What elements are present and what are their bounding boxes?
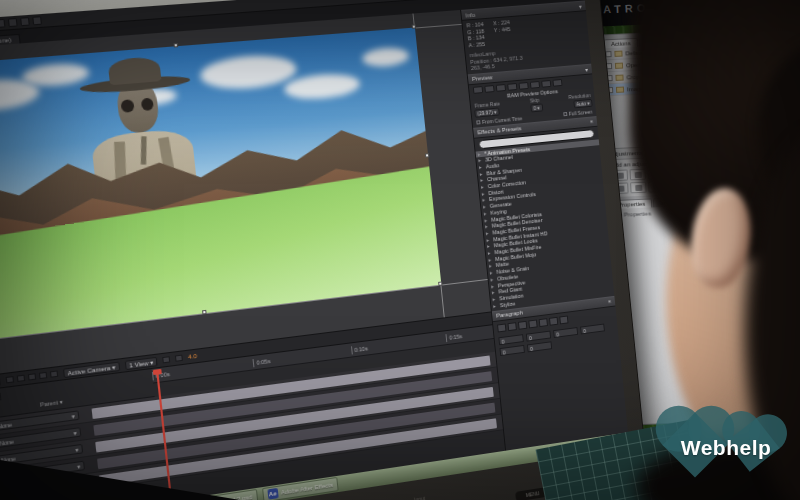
- photo-filter[interactable]: [755, 163, 771, 175]
- info-value: Y : 445: [493, 26, 510, 34]
- justify-last-left[interactable]: [528, 319, 537, 328]
- action-label: Default Actions: [625, 48, 665, 56]
- action-item-icon: [614, 50, 622, 56]
- levels[interactable]: [630, 169, 646, 181]
- show-snapshot-icon[interactable]: [16, 375, 24, 382]
- viewer-column: 0;00;00;00 Full ▾ Active Camera ▾ 1 View…: [0, 10, 505, 500]
- paragraph-field[interactable]: 0: [499, 344, 524, 355]
- color-lookup[interactable]: [630, 182, 646, 194]
- action-item-icon: [615, 62, 623, 68]
- left-monitor-screen: Adobe After Effects WindowHelp Footage (…: [0, 0, 630, 500]
- channels-icon[interactable]: [28, 373, 36, 380]
- paragraph-field[interactable]: 0: [580, 323, 605, 334]
- info-xy: X : 224Y : 445: [493, 19, 512, 46]
- app-label: Adobe After Effects: [281, 482, 334, 496]
- last-frame[interactable]: [519, 82, 529, 90]
- previous-frame[interactable]: [484, 85, 494, 93]
- ram-preview[interactable]: [552, 79, 562, 87]
- brush-tool[interactable]: [0, 19, 5, 28]
- align-center[interactable]: [507, 322, 516, 331]
- render-badge: 4.0: [188, 353, 197, 360]
- fast-preview-icon[interactable]: [175, 355, 183, 362]
- paragraph-field[interactable]: 0: [553, 327, 578, 338]
- ranger-glasses-left: [121, 99, 134, 113]
- vibrance[interactable]: [683, 166, 699, 178]
- panel-footer-icons: [743, 133, 771, 140]
- bezel-input-label: Input: [414, 495, 425, 500]
- monitor-model-label: IPS225: [666, 5, 686, 12]
- effects-category-list: * Animation Presets3D ChannelAudioBlur &…: [476, 139, 615, 311]
- align-right[interactable]: [518, 320, 527, 329]
- exposure[interactable]: [666, 167, 682, 179]
- region-of-interest-icon[interactable]: [39, 372, 47, 379]
- black-white[interactable]: [737, 164, 753, 176]
- effects-presets-panel: Effects & Presets× * Animation Presets3D…: [473, 116, 614, 311]
- watermark-text: Webhelp: [650, 436, 800, 460]
- parent-column-label: Parent ▾: [40, 399, 63, 408]
- next-frame[interactable]: [507, 83, 517, 91]
- info-panel: Info▾ R : 104G : 118B : 134A : 255 X : 2…: [461, 0, 591, 73]
- panel-menu-icon[interactable]: ▾: [579, 3, 582, 10]
- action-checkbox[interactable]: [605, 51, 611, 57]
- justify-last-right[interactable]: [549, 316, 558, 325]
- stop-icon[interactable]: [743, 134, 751, 140]
- pixel-aspect-icon[interactable]: [163, 356, 171, 363]
- action-label: Open: [626, 61, 641, 68]
- paragraph-field[interactable]: 0: [527, 341, 552, 352]
- skip-dropdown[interactable]: 0 ▾: [530, 103, 543, 112]
- play[interactable]: [496, 84, 506, 92]
- justify-last-center[interactable]: [539, 318, 548, 327]
- action-item-icon: [615, 74, 623, 80]
- selection-handle[interactable]: [173, 43, 178, 47]
- invert[interactable]: [648, 181, 664, 193]
- ranger-tie: [141, 136, 147, 165]
- posterize[interactable]: [666, 180, 682, 192]
- ruler-label: 0:15s: [446, 331, 465, 341]
- gradient-map[interactable]: [702, 179, 718, 191]
- panel-close-icon[interactable]: ×: [608, 298, 612, 304]
- justify-all[interactable]: [559, 315, 568, 324]
- ruler-label: 0:05s: [253, 356, 273, 367]
- puppet-pin-tool[interactable]: [32, 16, 42, 25]
- align-left[interactable]: [497, 323, 506, 332]
- record-icon[interactable]: [753, 134, 761, 140]
- ranger-hat-crown: [108, 56, 161, 85]
- hue-saturation[interactable]: [701, 166, 717, 178]
- audio[interactable]: [530, 81, 540, 89]
- eraser-tool[interactable]: [20, 17, 30, 26]
- clone-stamp-tool[interactable]: [8, 18, 18, 27]
- app-label: untitled 2.psd: [215, 494, 253, 500]
- selection-handle[interactable]: [202, 310, 207, 315]
- selective-color[interactable]: [720, 178, 736, 190]
- paragraph-field[interactable]: 0: [498, 334, 523, 345]
- webhelp-watermark: Webhelp: [650, 396, 800, 500]
- left-monitor: Adobe After Effects WindowHelp Footage (…: [0, 0, 651, 500]
- selection-handle[interactable]: [438, 281, 442, 285]
- loop[interactable]: [541, 80, 551, 88]
- action-label: Crop: [626, 73, 639, 80]
- ruler-label: 0:10s: [351, 344, 370, 354]
- actions-tab[interactable]: History: [639, 36, 672, 46]
- composition-image[interactable]: [0, 28, 441, 344]
- action-label: Image Roll: [627, 85, 656, 92]
- paragraph-field[interactable]: 0: [526, 330, 551, 341]
- scrollbar[interactable]: [765, 42, 786, 416]
- workstation-photo: Adobe After Effects WindowHelp Footage (…: [0, 0, 800, 500]
- actions-tab[interactable]: Actions: [604, 38, 638, 48]
- snapshot-icon[interactable]: [5, 376, 13, 383]
- panel-menu-icon[interactable]: ▾: [585, 65, 588, 72]
- transparency-grid-icon[interactable]: [50, 370, 58, 377]
- workspace: 0;00;00;00 Full ▾ Active Camera ▾ 1 View…: [0, 0, 628, 500]
- panel-close-icon[interactable]: ×: [590, 118, 594, 124]
- properties-tab[interactable]: Info: [653, 197, 677, 207]
- selection-handle[interactable]: [412, 24, 416, 28]
- info-rgba: R : 104G : 118B : 134A : 255: [466, 21, 486, 48]
- action-item-icon: [616, 86, 624, 92]
- selection-handle[interactable]: [425, 153, 429, 157]
- color-balance[interactable]: [719, 165, 735, 177]
- actions-empty-area: [604, 89, 774, 148]
- threshold[interactable]: [684, 179, 700, 191]
- curves[interactable]: [648, 168, 664, 180]
- first-frame[interactable]: [473, 86, 483, 94]
- timeline-search-icon[interactable]: [0, 392, 1, 401]
